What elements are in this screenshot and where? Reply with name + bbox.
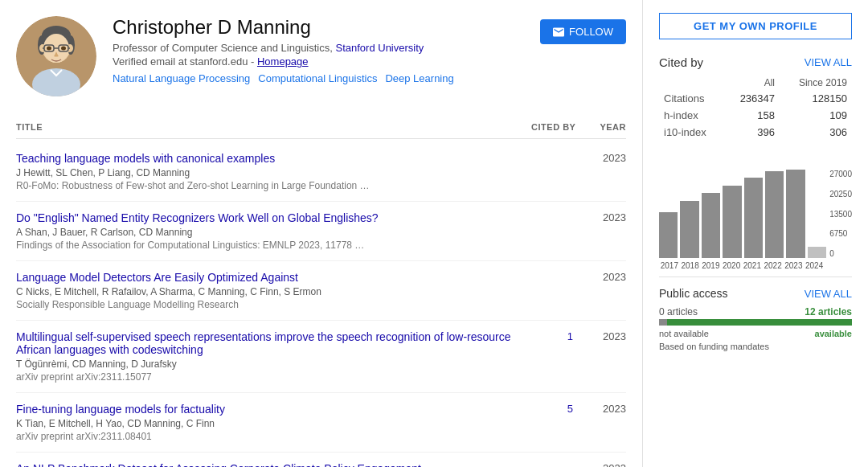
paper-content: Multilingual self-supervised speech repr… [16, 330, 541, 383]
stat-label: i10-index [659, 124, 724, 141]
chart-bar [786, 170, 805, 258]
chart-x-label: 2019 [701, 261, 722, 270]
chart-y-axis: 27000 20250 13500 6750 0 [829, 170, 852, 258]
y-label-1: 27000 [829, 170, 852, 178]
university-link[interactable]: Stanford University [335, 42, 424, 54]
profile-name: Christopher D Manning [113, 16, 524, 39]
svg-point-15 [61, 47, 66, 51]
cited-by-label: Cited by [659, 55, 703, 69]
citations-chart: 27000 20250 13500 6750 0 201720182019202… [659, 154, 852, 270]
stats-col-since: Since 2019 [780, 76, 852, 90]
profile-header: Christopher D Manning Professor of Compu… [16, 16, 626, 96]
title-col-header: TITLE [16, 122, 43, 132]
tag-nlp[interactable]: Natural Language Processing [113, 72, 250, 84]
paper-content: Language Model Detectors Are Easily Opti… [16, 271, 541, 310]
avatar [16, 16, 96, 96]
stats-table: All Since 2019 Citations 236347 128150 h… [659, 76, 852, 141]
paper-year: 2023 [597, 271, 626, 283]
access-bar [659, 319, 852, 326]
get-profile-button[interactable]: GET MY OWN PROFILE [659, 13, 852, 39]
stats-col-empty [659, 76, 724, 90]
paper-title[interactable]: Multilingual self-supervised speech repr… [16, 330, 541, 356]
public-access-label: Public access [659, 287, 728, 300]
y-label-4: 6750 [829, 229, 852, 238]
chart-bar [659, 212, 678, 258]
access-bar-available [667, 319, 852, 326]
chart-x-label: 2023 [784, 261, 805, 270]
access-bar-unavailable [659, 319, 667, 326]
paper-title[interactable]: Fine-tuning language models for factuali… [16, 403, 541, 416]
homepage-link[interactable]: Homepage [257, 55, 309, 68]
chart-bar [723, 186, 741, 258]
stat-since: 109 [780, 107, 852, 124]
cited-by-section: Cited by VIEW ALL All Since 2019 Citatio… [659, 55, 852, 141]
profile-title: Professor of Computer Science and Lingui… [113, 42, 524, 54]
paper-title[interactable]: Language Model Detectors Are Easily Opti… [16, 271, 541, 284]
table-row: An NLP Benchmark Dataset for Assessing C… [16, 453, 626, 467]
cited-by-view-all[interactable]: VIEW ALL [805, 56, 852, 68]
paper-venue: Socially Responsible Language Modelling … [16, 299, 541, 310]
stat-label: Citations [659, 90, 724, 107]
paper-authors: C Nicks, E Mitchell, R Rafailov, A Sharm… [16, 286, 541, 297]
stat-since: 128150 [780, 90, 852, 107]
sidebar: GET MY OWN PROFILE Cited by VIEW ALL All… [643, 0, 868, 467]
chart-bar [808, 247, 826, 258]
access-note: Based on funding mandates [659, 342, 852, 351]
chart-bar [765, 171, 784, 258]
table-row: Do "English" Named Entity Recognizers Wo… [16, 202, 626, 261]
email-icon [553, 27, 564, 38]
access-label-not-available: not available [659, 329, 709, 338]
paper-venue: Findings of the Association for Computat… [16, 240, 541, 251]
paper-content: An NLP Benchmark Dataset for Assessing C… [16, 462, 541, 467]
papers-header: TITLE CITED BY YEAR [16, 116, 626, 139]
papers-list: Teaching language models with canonical … [16, 142, 626, 467]
paper-year: 2023 [597, 152, 626, 164]
access-count-avail: 12 articles [805, 306, 852, 317]
paper-authors: J Hewitt, SL Chen, P Liang, CD Manning [16, 167, 541, 178]
chart-bar [702, 193, 720, 258]
svg-rect-17 [43, 71, 69, 91]
follow-button[interactable]: FOLLOW [540, 19, 626, 44]
chart-x-label: 2022 [763, 261, 784, 270]
profile-tags: Natural Language Processing Computationa… [113, 72, 524, 84]
paper-content: Do "English" Named Entity Recognizers Wo… [16, 211, 541, 251]
chart-x-label: 2018 [680, 261, 701, 270]
chart-bar [744, 178, 763, 258]
stat-all: 158 [724, 107, 780, 124]
y-label-3: 13500 [829, 210, 852, 219]
profile-email: Verified email at stanford.edu - Homepag… [113, 55, 524, 68]
tag-deep-learning[interactable]: Deep Learning [385, 72, 453, 84]
public-access-view-all[interactable]: VIEW ALL [805, 288, 852, 300]
stat-all: 236347 [724, 90, 780, 107]
paper-title[interactable]: An NLP Benchmark Dataset for Assessing C… [16, 462, 541, 467]
stat-since: 306 [780, 124, 852, 141]
paper-year: 2023 [597, 330, 626, 342]
chart-x-label: 2021 [742, 261, 763, 270]
paper-title[interactable]: Do "English" Named Entity Recognizers Wo… [16, 211, 541, 224]
stat-label: h-index [659, 107, 724, 124]
stat-all: 396 [724, 124, 780, 141]
paper-authors: T Ögünrèmi, CD Manning, D Jurafsky [16, 358, 541, 370]
chart-x-label: 2020 [721, 261, 742, 270]
paper-authors: A Shan, J Bauer, R Carlson, CD Manning [16, 227, 541, 238]
svg-point-14 [47, 47, 51, 51]
paper-content: Fine-tuning language models for factuali… [16, 403, 541, 442]
public-access-section: Public access VIEW ALL 0 articles 12 art… [659, 287, 852, 351]
table-row: Language Model Detectors Are Easily Opti… [16, 261, 626, 321]
paper-venue: arXiv preprint arXiv:2311.15077 [16, 371, 541, 383]
table-row: Multilingual self-supervised speech repr… [16, 321, 626, 393]
paper-year: 2023 [597, 211, 626, 223]
access-label-available: available [815, 329, 852, 338]
chart-bar [680, 201, 698, 258]
chart-bars [659, 170, 826, 258]
paper-year: 2023 [597, 462, 626, 467]
access-count-zero: 0 articles [659, 306, 698, 317]
stats-col-all: All [724, 76, 780, 90]
paper-venue: arXiv preprint arXiv:2311.08401 [16, 431, 541, 442]
chart-x-label: 2024 [804, 261, 825, 270]
divider [659, 277, 852, 277]
tag-comp-ling[interactable]: Computational Linguistics [258, 72, 377, 84]
paper-title[interactable]: Teaching language models with canonical … [16, 152, 541, 165]
y-label-5: 0 [829, 249, 852, 258]
y-label-2: 20250 [829, 190, 852, 199]
